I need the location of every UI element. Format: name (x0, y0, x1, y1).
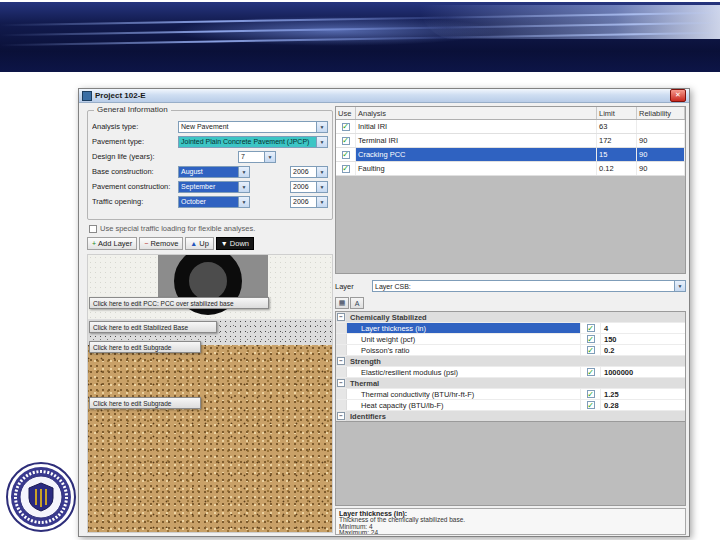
field-label: Traffic opening: (92, 197, 178, 206)
chevron-down-icon[interactable]: ▼ (316, 137, 327, 147)
property-name[interactable]: Heat capacity (BTU/lb-F) (347, 400, 581, 410)
property-checkbox[interactable]: ✓ (587, 401, 595, 409)
property-value[interactable]: 0.28 (601, 400, 685, 410)
property-name[interactable]: Layer thickness (in) (347, 323, 581, 333)
property-value[interactable]: 0.2 (601, 345, 685, 355)
chevron-down-icon[interactable]: ▼ (316, 182, 327, 192)
analysis-cell: Initial IRI (356, 120, 597, 133)
add-layer-icon: + (92, 240, 96, 247)
window-title: Project 102-E (95, 91, 667, 100)
chevron-down-icon[interactable]: ▼ (316, 197, 327, 207)
dropdown-value: New Pavement (181, 123, 228, 130)
layer-selector-dropdown[interactable]: Layer CSB: ▼ (372, 280, 686, 292)
property-value[interactable]: 150 (601, 334, 685, 344)
pavement-type-dropdown[interactable]: Jointed Plain Concrete Pavement (JPCP) ▼ (178, 136, 328, 148)
property-grid-empty-area (335, 421, 686, 506)
edit-subgrade-button[interactable]: Click here to edit Subgrade (89, 397, 201, 409)
property-row[interactable]: Poisson's ratio ✓ 0.2 (336, 345, 685, 356)
dropdown-value: 7 (241, 153, 245, 160)
use-checkbox[interactable]: ✓ (342, 151, 350, 159)
move-up-button[interactable]: ▲ Up (185, 237, 214, 250)
category-name: Identifiers (347, 411, 685, 421)
limit-cell: 63 (597, 120, 637, 133)
property-name[interactable]: Unit weight (pcf) (347, 334, 581, 344)
base-construction-year-dropdown[interactable]: 2006 ▼ (290, 166, 328, 178)
slide-header-banner (0, 2, 720, 72)
pavement-construction-month-dropdown[interactable]: September ▼ (178, 181, 250, 193)
category-row[interactable]: − Strength (336, 356, 685, 367)
edit-subgrade-button[interactable]: Click here to edit Subgrade (89, 341, 201, 353)
property-name[interactable]: Elastic/resilient modulus (psi) (347, 367, 581, 377)
special-traffic-label: Use special traffic loading for flexible… (100, 224, 255, 233)
property-checkbox[interactable]: ✓ (587, 324, 595, 332)
dropdown-value: Layer CSB: (375, 283, 411, 290)
pavement-cross-section: Click here to edit PCC: PCC over stabili… (87, 254, 333, 533)
property-value[interactable]: 1000000 (601, 367, 685, 377)
edit-pcc-button[interactable]: Click here to edit PCC: PCC over stabili… (89, 297, 269, 309)
use-checkbox[interactable]: ✓ (342, 137, 350, 145)
property-row[interactable]: Heat capacity (BTU/lb-F) ✓ 0.28 (336, 400, 685, 411)
collapse-icon[interactable]: − (337, 313, 345, 321)
close-icon[interactable]: ✕ (670, 89, 686, 102)
field-label: Analysis type: (92, 122, 178, 131)
category-row[interactable]: − Chemically Stabilized (336, 312, 685, 323)
property-name[interactable]: Thermal conductivity (BTU/hr-ft-F) (347, 389, 581, 399)
window-titlebar[interactable]: Project 102-E ✕ (79, 89, 689, 103)
button-label: Down (230, 239, 249, 248)
chevron-down-icon[interactable]: ▼ (674, 281, 685, 291)
field-pavement-construction: Pavement construction: September ▼ 2006 … (92, 179, 328, 194)
chevron-down-icon[interactable]: ▼ (238, 197, 249, 207)
property-checkbox[interactable]: ✓ (587, 335, 595, 343)
table-row-selected[interactable]: ✓ Cracking PCC 15 90 (336, 148, 685, 162)
table-row[interactable]: ✓ Terminal IRI 172 90 (336, 134, 685, 148)
limit-cell: 172 (597, 134, 637, 147)
property-checkbox[interactable]: ✓ (587, 390, 595, 398)
chevron-down-icon[interactable]: ▼ (264, 152, 275, 162)
table-row[interactable]: ✓ Faulting 0.12 90 (336, 162, 685, 176)
base-construction-month-dropdown[interactable]: August ▼ (178, 166, 250, 178)
chevron-down-icon[interactable]: ▼ (316, 167, 327, 177)
categorized-view-icon[interactable]: ▦ (335, 297, 349, 309)
pavement-construction-year-dropdown[interactable]: 2006 ▼ (290, 181, 328, 193)
analysis-type-dropdown[interactable]: New Pavement ▼ (178, 121, 328, 133)
button-label: Remove (150, 239, 178, 248)
property-checkbox[interactable]: ✓ (587, 368, 595, 376)
property-row[interactable]: Layer thickness (in) ✓ 4 (336, 323, 685, 334)
property-value[interactable]: 1.25 (601, 389, 685, 399)
add-layer-button[interactable]: + Add Layer (87, 237, 137, 250)
edit-stabilized-base-button[interactable]: Click here to edit Stabilized Base (89, 321, 217, 333)
property-row[interactable]: Elastic/resilient modulus (psi) ✓ 100000… (336, 367, 685, 378)
remove-layer-button[interactable]: − Remove (139, 237, 183, 250)
property-row[interactable]: Unit weight (pcf) ✓ 150 (336, 334, 685, 345)
collapse-icon[interactable]: − (337, 357, 345, 365)
property-description-panel: Layer thickness (in): Thickness of the c… (335, 508, 686, 535)
layer-selector-row: Layer Layer CSB: ▼ (335, 280, 686, 292)
use-checkbox[interactable]: ✓ (342, 165, 350, 173)
traffic-opening-year-dropdown[interactable]: 2006 ▼ (290, 196, 328, 208)
traffic-opening-month-dropdown[interactable]: October ▼ (178, 196, 250, 208)
field-pavement-type: Pavement type: Jointed Plain Concrete Pa… (92, 134, 328, 149)
category-row[interactable]: − Thermal (336, 378, 685, 389)
chevron-down-icon[interactable]: ▼ (316, 122, 327, 132)
indiana-seal-logo (5, 461, 77, 533)
move-down-button[interactable]: ▼ Down (216, 237, 254, 250)
design-life-dropdown[interactable]: 7 ▼ (238, 151, 276, 163)
general-information-group: General Information Analysis type: New P… (87, 110, 333, 220)
table-row[interactable]: ✓ Initial IRI 63 (336, 120, 685, 134)
property-name[interactable]: Poisson's ratio (347, 345, 581, 355)
property-row[interactable]: Thermal conductivity (BTU/hr-ft-F) ✓ 1.2… (336, 389, 685, 400)
dropdown-value: Jointed Plain Concrete Pavement (JPCP) (181, 138, 309, 145)
property-value[interactable]: 4 (601, 323, 685, 333)
collapse-icon[interactable]: − (337, 412, 345, 420)
alphabetical-view-icon[interactable]: A (350, 297, 364, 309)
property-checkbox[interactable]: ✓ (587, 346, 595, 354)
special-traffic-checkbox[interactable] (89, 225, 97, 233)
field-analysis-type: Analysis type: New Pavement ▼ (92, 119, 328, 134)
chevron-down-icon[interactable]: ▼ (238, 182, 249, 192)
arrow-down-icon: ▼ (221, 240, 228, 247)
collapse-icon[interactable]: − (337, 379, 345, 387)
column-header-limit: Limit (597, 107, 637, 119)
use-checkbox[interactable]: ✓ (342, 123, 350, 131)
layer-toolbar: + Add Layer − Remove ▲ Up ▼ Down (87, 237, 254, 250)
chevron-down-icon[interactable]: ▼ (238, 167, 249, 177)
